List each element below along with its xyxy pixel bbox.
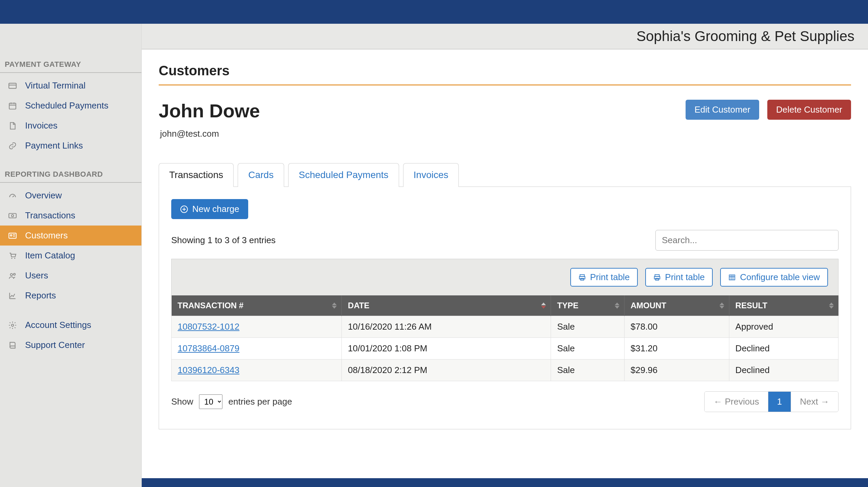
search-input[interactable] [655, 230, 839, 251]
table-row: 10807532-1012 10/16/2020 11:26 AM Sale $… [172, 316, 839, 338]
svg-rect-2 [9, 213, 16, 218]
sidebar-item-payment-links[interactable]: Payment Links [0, 136, 141, 156]
cell-amount: $31.20 [624, 338, 729, 359]
sort-icon [719, 303, 724, 309]
sort-icon [332, 303, 337, 309]
sidebar-item-label: Reports [25, 290, 56, 301]
svg-point-7 [14, 257, 15, 258]
sidebar-item-label: Scheduled Payments [25, 100, 108, 111]
sidebar-item-item-catalog[interactable]: Item Catalog [0, 246, 141, 266]
print-table-button-2[interactable]: Print table [645, 268, 713, 287]
tab-panel-transactions: New charge Showing 1 to 3 of 3 entries P… [159, 187, 851, 429]
customer-name: John Dowe [159, 100, 260, 122]
cell-amount: $29.96 [624, 359, 729, 381]
sidebar-item-label: Virtual Terminal [25, 80, 85, 91]
configure-table-view-button[interactable]: Configure table view [720, 268, 828, 287]
merchant-name-bar: Sophia's Grooming & Pet Supplies [142, 24, 868, 50]
sidebar-item-customers[interactable]: Customers [0, 226, 141, 246]
sidebar-item-users[interactable]: Users [0, 266, 141, 286]
sidebar-item-label: Transactions [25, 210, 75, 221]
sidebar-item-scheduled-payments[interactable]: Scheduled Payments [0, 96, 141, 116]
cell-type: Sale [551, 316, 625, 338]
entries-per-page-control: Show 10 entries per page [171, 394, 292, 409]
sidebar-item-label: Payment Links [25, 140, 83, 151]
tab-invoices[interactable]: Invoices [403, 163, 459, 187]
tab-cards[interactable]: Cards [238, 163, 284, 187]
print-table-button-1[interactable]: Print table [570, 268, 638, 287]
tab-transactions[interactable]: Transactions [159, 163, 234, 187]
column-type[interactable]: TYPE [551, 295, 625, 316]
new-charge-button[interactable]: New charge [171, 199, 248, 219]
entries-per-page-select[interactable]: 10 [199, 394, 222, 409]
gauge-icon [7, 191, 18, 200]
sort-icon [541, 303, 546, 309]
sidebar-item-label: Item Catalog [25, 250, 75, 261]
cell-date: 10/01/2020 1:08 PM [342, 338, 551, 359]
svg-point-5 [11, 234, 12, 236]
cart-icon [7, 251, 18, 260]
svg-point-3 [12, 214, 14, 217]
new-charge-label: New charge [192, 204, 239, 214]
users-icon [7, 271, 18, 280]
cell-amount: $78.00 [624, 316, 729, 338]
file-icon [7, 121, 18, 130]
print-icon [653, 274, 661, 281]
pagination-prev[interactable]: ← Previous [705, 392, 768, 412]
card-icon [7, 81, 18, 90]
sidebar-section-payment-gateway: PAYMENT GATEWAY [0, 56, 141, 73]
pagination: ← Previous 1 Next → [704, 391, 839, 412]
sidebar-item-reports[interactable]: Reports [0, 286, 141, 306]
print-icon [578, 274, 586, 281]
link-icon [7, 141, 18, 150]
cell-result: Declined [729, 338, 838, 359]
column-amount[interactable]: AMOUNT [624, 295, 729, 316]
sidebar-item-label: Support Center [25, 340, 85, 350]
pagination-next[interactable]: Next → [791, 392, 838, 412]
cell-result: Declined [729, 359, 838, 381]
svg-point-8 [11, 273, 13, 276]
sidebar-item-label: Customers [25, 230, 68, 241]
sidebar-item-account-settings[interactable]: Account Settings [0, 315, 141, 335]
customer-tabs: TransactionsCardsScheduled PaymentsInvoi… [159, 163, 851, 187]
sidebar-item-label: Overview [25, 190, 62, 201]
sidebar-item-invoices[interactable]: Invoices [0, 116, 141, 136]
svg-rect-4 [9, 233, 16, 238]
chart-icon [7, 291, 18, 300]
table-toolbar: Print table Print table Configure table … [171, 259, 839, 295]
tab-scheduled-payments[interactable]: Scheduled Payments [288, 163, 399, 187]
customer-email: john@test.com [159, 129, 851, 139]
cell-date: 10/16/2020 11:26 AM [342, 316, 551, 338]
column-transaction-[interactable]: TRANSACTION # [172, 295, 342, 316]
cell-type: Sale [551, 338, 625, 359]
merchant-name: Sophia's Grooming & Pet Supplies [636, 28, 854, 44]
table-row: 10396120-6343 08/18/2020 2:12 PM Sale $2… [172, 359, 839, 381]
sidebar-item-label: Invoices [25, 120, 57, 131]
svg-point-6 [11, 257, 12, 258]
pagination-page-1[interactable]: 1 [768, 392, 791, 412]
sidebar-section-reporting-dashboard: REPORTING DASHBOARD [0, 166, 141, 183]
svg-point-9 [14, 273, 15, 275]
sidebar-item-overview[interactable]: Overview [0, 186, 141, 206]
sort-icon [829, 303, 834, 309]
sidebar-item-virtual-terminal[interactable]: Virtual Terminal [0, 76, 141, 96]
entries-summary: Showing 1 to 3 of 3 entries [171, 235, 276, 246]
transactions-table: TRANSACTION # DATE TYPE AMOUNT RESULT 10… [171, 295, 839, 381]
top-navbar [0, 0, 868, 24]
transaction-link[interactable]: 10807532-1012 [178, 322, 239, 332]
transaction-link[interactable]: 10783864-0879 [178, 343, 239, 353]
svg-rect-1 [9, 103, 16, 109]
column-result[interactable]: RESULT [729, 295, 838, 316]
money-icon [7, 211, 18, 220]
transaction-link[interactable]: 10396120-6343 [178, 365, 239, 375]
sidebar-item-label: Account Settings [25, 320, 91, 330]
edit-customer-button[interactable]: Edit Customer [686, 100, 759, 120]
sidebar-item-transactions[interactable]: Transactions [0, 206, 141, 226]
plus-circle-icon [180, 205, 188, 213]
svg-rect-0 [9, 83, 16, 88]
sidebar-item-support-center[interactable]: Support Center [0, 335, 141, 355]
page-title: Customers [159, 63, 851, 85]
book-icon [7, 341, 18, 350]
column-date[interactable]: DATE [342, 295, 551, 316]
delete-customer-button[interactable]: Delete Customer [767, 100, 851, 120]
table-icon [728, 274, 736, 281]
